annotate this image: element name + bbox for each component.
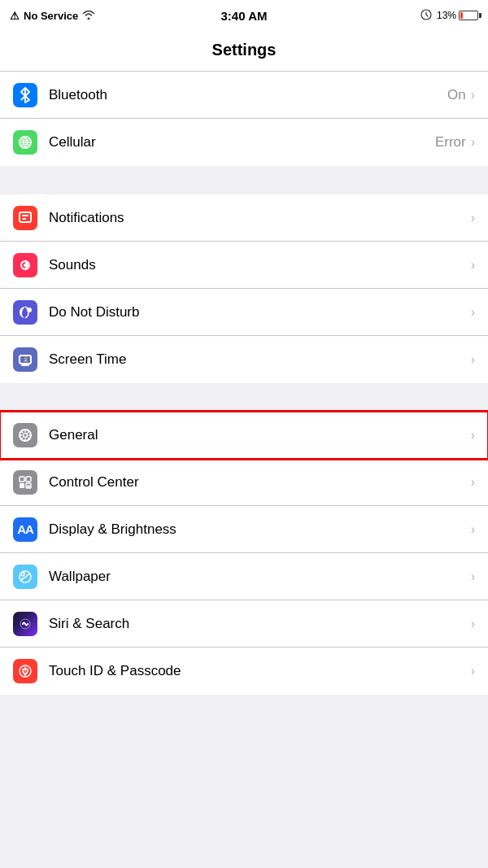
bluetooth-value: On — [447, 87, 466, 103]
cellular-icon-bg — [13, 130, 37, 155]
sounds-icon-bg — [13, 253, 37, 277]
controlcenter-chevron: › — [471, 475, 475, 490]
row-sounds[interactable]: Sounds › — [0, 242, 488, 289]
battery-fill — [460, 12, 463, 19]
siri-icon-bg — [13, 612, 37, 636]
row-general[interactable]: General › — [0, 412, 488, 459]
controlcenter-icon-bg — [13, 470, 37, 495]
sounds-label: Sounds — [49, 257, 471, 273]
battery-indicator: 13% — [437, 10, 478, 21]
bluetooth-icon-bg — [13, 83, 37, 107]
dnd-label: Do Not Disturb — [49, 304, 471, 321]
siri-chevron: › — [471, 617, 475, 631]
row-controlcenter[interactable]: Control Center › — [0, 459, 488, 506]
controlcenter-label: Control Center — [49, 474, 471, 491]
screentime-icon-bg: ⌛ — [13, 347, 37, 372]
wallpaper-icon-bg — [13, 565, 37, 589]
svg-rect-5 — [20, 212, 31, 222]
row-screentime[interactable]: ⌛ Screen Time › — [0, 336, 488, 383]
svg-line-32 — [24, 572, 24, 573]
row-siri[interactable]: Siri & Search › — [0, 600, 488, 648]
page-title-bar: Settings — [0, 31, 488, 72]
sounds-chevron: › — [471, 258, 475, 273]
screentime-chevron: › — [471, 352, 475, 367]
cellular-value: Error — [435, 134, 466, 150]
siri-label: Siri & Search — [49, 616, 471, 632]
dnd-chevron: › — [471, 305, 475, 320]
touchid-chevron: › — [471, 664, 475, 678]
svg-point-10 — [27, 308, 32, 312]
display-icon-bg: AA — [13, 517, 37, 542]
touchid-label: Touch ID & Passcode — [49, 663, 471, 679]
row-bluetooth[interactable]: Bluetooth On › — [0, 72, 488, 119]
section-notifications: Notifications › Sounds › Do Not Disturb … — [0, 194, 488, 383]
svg-rect-26 — [20, 483, 24, 488]
section-connectivity: Bluetooth On › Cellular Error › — [0, 72, 488, 166]
cellular-chevron: › — [471, 135, 475, 150]
section-general: General › Control Center › AA Display & … — [0, 412, 488, 695]
svg-rect-6 — [22, 215, 28, 216]
row-touchid[interactable]: Touch ID & Passcode › — [0, 648, 488, 695]
bluetooth-chevron: › — [471, 88, 475, 103]
dnd-icon-bg — [13, 300, 37, 325]
row-display[interactable]: AA Display & Brightness › — [0, 506, 488, 553]
wallpaper-label: Wallpaper — [49, 569, 471, 585]
svg-rect-24 — [20, 477, 24, 482]
no-service-icon: ⚠ — [10, 10, 20, 22]
page-title: Settings — [0, 41, 488, 59]
no-service-text: No Service — [24, 10, 78, 22]
spacer-1 — [0, 166, 488, 194]
general-icon-bg — [13, 423, 37, 447]
row-cellular[interactable]: Cellular Error › — [0, 119, 488, 166]
cellular-label: Cellular — [49, 134, 435, 150]
svg-rect-7 — [22, 218, 26, 220]
svg-rect-25 — [26, 477, 31, 482]
row-notifications[interactable]: Notifications › — [0, 194, 488, 242]
screen-orientation-icon — [420, 9, 432, 23]
general-label: General — [49, 427, 471, 443]
spacer-2 — [0, 383, 488, 412]
battery-percent: 13% — [437, 10, 456, 21]
row-wallpaper[interactable]: Wallpaper › — [0, 553, 488, 600]
status-time: 3:40 AM — [221, 9, 268, 23]
spacer-bottom — [0, 695, 488, 735]
screentime-label: Screen Time — [49, 351, 471, 368]
svg-point-9 — [24, 264, 27, 267]
row-donotdisturb[interactable]: Do Not Disturb › — [0, 289, 488, 336]
display-label: Display & Brightness — [49, 521, 471, 538]
status-right: 13% — [420, 9, 478, 23]
bluetooth-label: Bluetooth — [49, 87, 447, 103]
svg-point-15 — [24, 433, 28, 437]
status-bar: ⚠ No Service 3:40 AM 13% — [0, 0, 488, 31]
notifications-label: Notifications — [49, 210, 471, 226]
wallpaper-chevron: › — [471, 569, 475, 584]
notifications-icon-bg — [13, 206, 37, 230]
battery-icon — [459, 11, 478, 20]
touchid-icon-bg — [13, 659, 37, 683]
status-left: ⚠ No Service — [10, 9, 95, 22]
svg-text:⌛: ⌛ — [23, 356, 29, 363]
wifi-icon — [82, 9, 95, 22]
display-chevron: › — [471, 522, 475, 537]
notifications-chevron: › — [471, 211, 475, 225]
general-chevron: › — [471, 428, 475, 443]
